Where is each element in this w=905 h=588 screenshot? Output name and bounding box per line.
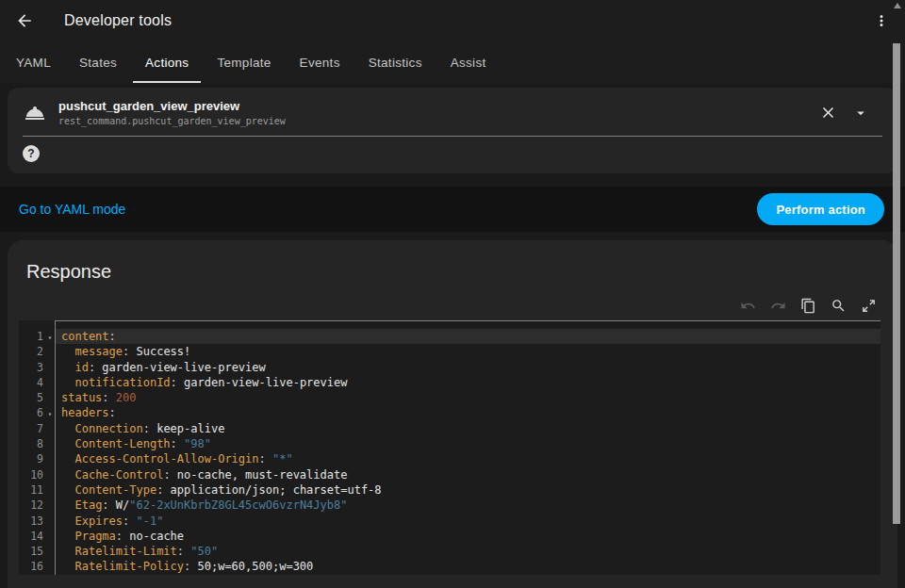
code-line[interactable]: status: 200 — [56, 390, 880, 405]
expand-icon — [861, 298, 877, 314]
help-row: ? — [8, 137, 897, 173]
gutter-line: 15 — [19, 544, 55, 559]
tab-label: Events — [300, 56, 340, 70]
gutter-line: 14 — [19, 529, 55, 544]
arrow-left-icon — [15, 11, 34, 30]
code-line[interactable]: Cache-Control: no-cache, must-revalidate — [56, 467, 880, 482]
fold-spacer — [45, 559, 55, 574]
code-line[interactable]: Ratelimit-Policy: 50;w=60,500;w=300 — [56, 559, 880, 574]
gutter-line: 8 — [19, 436, 55, 451]
tab-yaml[interactable]: YAML — [2, 41, 65, 83]
gutter-line: 13 — [19, 514, 55, 529]
code-line[interactable]: Etag: W/"62-2xUnKbrbZ8GL45cwO6vzrN4Jyb8" — [56, 498, 880, 513]
gutter-line: 11 — [19, 482, 55, 498]
code-line[interactable]: headers: — [56, 405, 880, 420]
tab-template[interactable]: Template — [203, 41, 285, 83]
fold-spacer — [45, 375, 55, 390]
code-line[interactable]: notificationId: garden-view-live-preview — [56, 375, 880, 390]
tab-assist[interactable]: Assist — [436, 41, 501, 83]
tab-label: YAML — [16, 56, 51, 70]
action-footer: Go to YAML mode Perform action — [0, 187, 905, 232]
room-service-bell-icon — [23, 102, 47, 124]
gutter-line: 6▾ — [19, 405, 55, 420]
fold-spacer — [45, 514, 55, 529]
close-icon — [819, 104, 837, 122]
yaml-mode-link[interactable]: Go to YAML mode — [19, 202, 125, 217]
editor-toolbar — [19, 296, 879, 315]
line-number: 2 — [19, 344, 45, 359]
action-name: pushcut_garden_view_preview — [58, 99, 817, 113]
fold-spacer — [45, 344, 55, 359]
code-line[interactable]: Access-Control-Allow-Origin: "*" — [56, 451, 880, 466]
copy-button[interactable] — [798, 296, 818, 316]
search-button[interactable] — [829, 296, 848, 316]
code-line[interactable]: id: garden-view-live-preview — [56, 360, 880, 375]
perform-action-button[interactable]: Perform action — [757, 193, 884, 225]
tab-events[interactable]: Events — [286, 41, 354, 83]
page-scrollbar[interactable] — [892, 0, 905, 588]
tab-label: States — [79, 56, 117, 70]
code-line[interactable]: message: Success! — [56, 344, 880, 359]
fold-toggle-icon[interactable]: ▾ — [45, 405, 55, 420]
line-number: 14 — [19, 529, 45, 544]
help-button[interactable]: ? — [23, 145, 40, 162]
fold-spacer — [45, 467, 55, 482]
line-number: 4 — [19, 375, 45, 390]
code-line[interactable]: Content-Type: application/json; charset=… — [56, 482, 880, 498]
tab-states[interactable]: States — [65, 41, 131, 83]
tab-bar: YAML States Actions Template Events Stat… — [0, 41, 905, 83]
tab-actions[interactable]: Actions — [131, 41, 203, 83]
line-number: 9 — [19, 451, 45, 466]
fold-spacer — [45, 482, 55, 498]
line-number: 7 — [19, 421, 45, 436]
line-number: 6 — [19, 405, 45, 420]
gutter-line: 1▾ — [19, 329, 55, 344]
fold-spacer — [45, 544, 55, 559]
line-number: 11 — [19, 482, 45, 498]
tab-label: Template — [217, 56, 271, 70]
code-line[interactable]: Connection: keep-alive — [56, 421, 880, 436]
code-editor[interactable]: 1▾23456▾78910111213141516 content: messa… — [19, 320, 880, 575]
gutter-line: 9 — [19, 451, 55, 466]
menu-down-icon — [852, 105, 869, 122]
action-card: pushcut_garden_view_preview rest_command… — [8, 88, 897, 173]
line-number: 1 — [19, 329, 45, 344]
redo-button[interactable] — [768, 296, 788, 316]
open-dropdown-button[interactable] — [850, 103, 871, 123]
action-service-id: rest_command.pushcut_garden_view_preview — [58, 116, 817, 126]
undo-button[interactable] — [738, 296, 758, 316]
back-button[interactable] — [13, 9, 36, 32]
code-line[interactable]: Pragma: no-cache — [56, 529, 880, 544]
action-picker[interactable]: pushcut_garden_view_preview rest_command… — [23, 88, 882, 137]
fold-spacer — [45, 390, 55, 405]
dots-vertical-icon — [873, 12, 890, 29]
action-picker-text: pushcut_garden_view_preview rest_command… — [58, 99, 817, 126]
gutter-line: 12 — [19, 498, 55, 513]
app-header: Developer tools — [0, 0, 905, 41]
gutter-line: 3 — [19, 360, 55, 375]
overflow-menu-button[interactable] — [871, 10, 892, 31]
code-line[interactable]: Content-Length: "98" — [56, 436, 880, 451]
code-lines: content: message: Success! id: garden-vi… — [55, 320, 880, 575]
scrollbar-thumb[interactable] — [893, 43, 900, 524]
line-number: 10 — [19, 467, 45, 482]
line-number: 16 — [19, 559, 45, 574]
tab-label: Actions — [145, 56, 189, 70]
fold-toggle-icon[interactable]: ▾ — [45, 329, 55, 344]
fold-spacer — [45, 451, 55, 466]
code-line[interactable]: content: — [56, 329, 880, 344]
scrollbar-up-arrow-icon[interactable] — [894, 3, 901, 8]
expand-button[interactable] — [859, 296, 879, 316]
fold-spacer — [45, 529, 55, 544]
code-line[interactable]: Expires: "-1" — [56, 514, 880, 529]
clear-action-button[interactable] — [817, 102, 839, 123]
fold-spacer — [45, 360, 55, 375]
line-number: 15 — [19, 544, 45, 559]
line-number: 12 — [19, 498, 45, 513]
code-line[interactable]: Ratelimit-Limit: "50" — [56, 544, 880, 559]
tab-statistics[interactable]: Statistics — [354, 41, 436, 83]
gutter-line: 16 — [19, 559, 55, 574]
redo-icon — [770, 298, 786, 314]
copy-icon — [800, 298, 816, 314]
code-gutter: 1▾23456▾78910111213141516 — [19, 320, 55, 575]
